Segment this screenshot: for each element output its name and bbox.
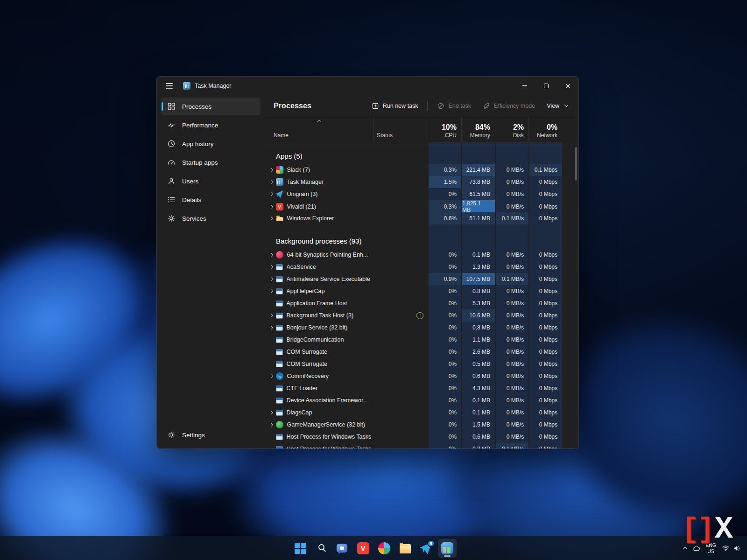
sidebar-item-settings[interactable]: Settings: [162, 426, 261, 444]
process-row[interactable]: VVivaldi (21)0.3%1,825.1 MB0 MB/s0 Mbps: [265, 200, 578, 212]
status-cell: [373, 273, 428, 285]
process-row[interactable]: Task Manager1.5%73.8 MB0 MB/s0 Mbps: [265, 176, 578, 188]
memory-cell: 5.3 MB: [461, 297, 495, 309]
maximize-button[interactable]: [536, 77, 557, 95]
network-cell: 0 Mbps: [529, 261, 562, 273]
close-button[interactable]: [557, 77, 578, 95]
expand-chevron-icon[interactable]: [269, 217, 273, 220]
expand-chevron-icon[interactable]: [269, 180, 273, 184]
disk-cell: 0.1 MB/s: [495, 212, 529, 224]
network-cell: 0.1 Mbps: [529, 164, 562, 176]
expand-chevron-icon[interactable]: [269, 265, 273, 269]
sidebar-item-services[interactable]: Services: [162, 210, 261, 227]
hamburger-menu-button[interactable]: [160, 78, 178, 94]
hidden-icons-chevron[interactable]: [683, 546, 688, 551]
disk-cell: 0 MB/s: [495, 431, 529, 443]
unigram-taskbar-button[interactable]: 5: [417, 539, 436, 558]
disk-cell: 0 MB/s: [495, 394, 529, 406]
expand-chevron-icon[interactable]: [269, 423, 273, 427]
process-group-header[interactable]: Apps (5): [265, 148, 578, 164]
slack-taskbar-button[interactable]: [375, 539, 394, 558]
performance-icon: [167, 121, 176, 129]
expand-chevron-icon[interactable]: [269, 314, 273, 317]
group-title: Apps (5): [268, 152, 303, 160]
settings-gear-icon: [167, 431, 176, 439]
slack-icon: [378, 542, 390, 554]
process-row[interactable]: Application Frame Host0%5.3 MB0 MB/s0 Mb…: [265, 297, 578, 309]
process-row[interactable]: Windows Explorer0.6%51.1 MB0.1 MB/s0 Mbp…: [265, 212, 578, 224]
expand-chevron-icon[interactable]: [269, 205, 273, 209]
process-row[interactable]: 64-bit Synaptics Pointing Enh...0%0.1 MB…: [265, 249, 578, 261]
column-header-disk[interactable]: 2% Disk: [495, 117, 529, 142]
expand-chevron-icon[interactable]: [269, 326, 273, 329]
expand-chevron-icon[interactable]: [269, 277, 273, 281]
disk-cell: 0 MB/s: [495, 358, 529, 370]
status-cell: [373, 285, 428, 297]
process-name: Bonjour Service (32 bit): [287, 324, 348, 331]
process-row[interactable]: CTF Loader0%4.3 MB0 MB/s0 Mbps: [265, 382, 578, 394]
network-cell: 0 Mbps: [529, 419, 562, 431]
run-new-task-button[interactable]: Run new task: [367, 99, 423, 112]
column-header-name[interactable]: Name: [265, 117, 373, 142]
expand-chevron-icon[interactable]: [269, 192, 273, 196]
expand-chevron-icon[interactable]: [269, 411, 273, 414]
minimize-button[interactable]: [514, 77, 536, 95]
generic-process-icon: [276, 288, 283, 294]
process-row[interactable]: hpCommRecovery0%0.6 MB0 MB/s0 Mbps: [265, 370, 578, 382]
process-row[interactable]: Background Task Host (3)0%10.6 MB0 MB/s0…: [265, 309, 578, 322]
column-header-network[interactable]: 0% Network: [529, 117, 562, 142]
volume-icon[interactable]: [733, 545, 740, 552]
end-task-button[interactable]: End task: [433, 99, 475, 112]
process-row[interactable]: GameManagerService (32 bit)0%1.5 MB0 MB/…: [265, 419, 578, 431]
process-row[interactable]: AcaService0%1.3 MB0 MB/s0 Mbps: [265, 261, 578, 273]
expand-chevron-icon[interactable]: [269, 374, 273, 378]
vivaldi-taskbar-button[interactable]: V: [354, 539, 373, 558]
language-indicator[interactable]: ENG US: [705, 542, 716, 554]
expand-chevron-icon[interactable]: [269, 289, 273, 293]
sidebar-label: Details: [182, 196, 201, 203]
start-button[interactable]: [291, 539, 310, 558]
process-row[interactable]: Unigram (3)0%61.5 MB0 MB/s0 Mbps: [265, 188, 578, 200]
process-row[interactable]: BridgeCommunication0%1.1 MB0 MB/s0 Mbps: [265, 334, 578, 346]
process-row[interactable]: AppHelperCap0%0.8 MB0 MB/s0 Mbps: [265, 285, 578, 297]
sidebar-label: Performance: [182, 122, 218, 129]
memory-cell: 73.8 MB: [461, 176, 495, 188]
expand-chevron-icon[interactable]: [269, 253, 273, 257]
task-manager-taskbar-button[interactable]: [438, 539, 457, 558]
cpu-cell: 0%: [428, 309, 461, 322]
view-dropdown-button[interactable]: View: [543, 100, 572, 112]
efficiency-mode-button[interactable]: Efficiency mode: [479, 99, 539, 112]
column-header-memory[interactable]: 84% Memory: [461, 117, 495, 142]
expand-chevron-icon[interactable]: [269, 168, 273, 172]
sidebar-item-users[interactable]: Users: [162, 172, 261, 190]
search-button[interactable]: [312, 539, 331, 558]
process-row[interactable]: Slack (7)0.3%221.4 MB0 MB/s0.1 Mbps: [265, 164, 578, 176]
cpu-cell: 0%: [428, 249, 461, 261]
scrollbar-thumb[interactable]: [575, 147, 577, 181]
generic-process-icon: [276, 410, 283, 416]
process-row[interactable]: Host Process for Windows Tasks0%0.6 MB0 …: [265, 431, 578, 443]
process-row[interactable]: Antimalware Service Executable0.9%107.5 …: [265, 273, 578, 285]
cloud-icon[interactable]: [692, 545, 700, 552]
chat-button[interactable]: [333, 539, 352, 558]
sidebar-item-performance[interactable]: Performance: [162, 116, 261, 134]
process-row[interactable]: COM Surrogate0%2.6 MB0 MB/s0 Mbps: [265, 346, 578, 358]
process-row[interactable]: DiagsCap0%0.1 MB0 MB/s0 Mbps: [265, 406, 578, 419]
sidebar-item-processes[interactable]: Processes: [162, 98, 261, 115]
cpu-cell: 0%: [428, 322, 461, 334]
process-group-header[interactable]: Background processes (93): [265, 233, 578, 249]
process-row[interactable]: Host Process for Windows Tasks0%0.3 MB0.…: [265, 443, 578, 448]
column-header-status[interactable]: Status: [373, 117, 428, 142]
group-title: Background processes (93): [268, 237, 361, 245]
sidebar-item-details[interactable]: Details: [162, 191, 261, 209]
sidebar-item-startup-apps[interactable]: Startup apps: [162, 154, 261, 171]
explorer-taskbar-button[interactable]: [396, 539, 415, 558]
process-row[interactable]: Device Association Framewor...0%0.1 MB0 …: [265, 394, 578, 406]
wifi-icon[interactable]: [722, 545, 730, 552]
process-row[interactable]: COM Surrogate0%0.5 MB0 MB/s0 Mbps: [265, 358, 578, 370]
sidebar-label: Processes: [182, 103, 211, 110]
status-cell: [373, 176, 428, 188]
column-header-cpu[interactable]: 10% CPU: [428, 117, 461, 142]
process-row[interactable]: Bonjour Service (32 bit)0%0.8 MB0 MB/s0 …: [265, 322, 578, 334]
sidebar-item-app-history[interactable]: App history: [162, 135, 261, 153]
